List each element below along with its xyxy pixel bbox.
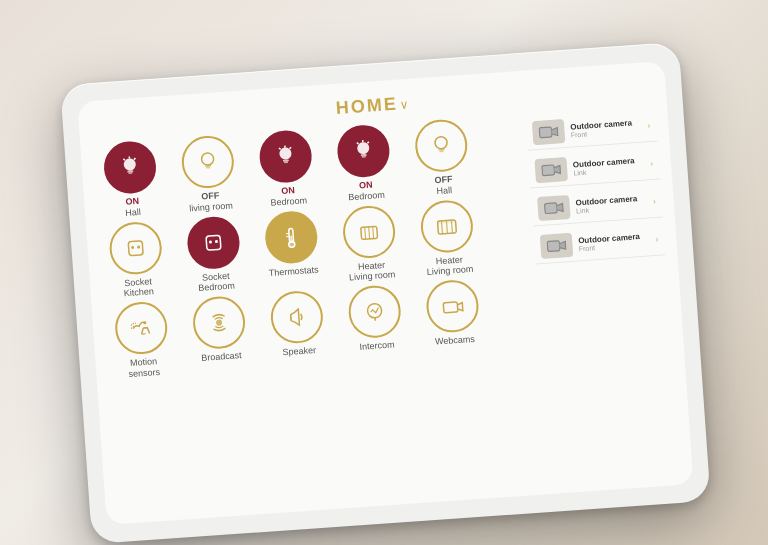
- app-title: HOME: [335, 93, 398, 117]
- camera-thumb-3: [537, 194, 571, 220]
- icon-heater-lr2[interactable]: HeaterLiving room: [409, 197, 486, 278]
- svg-line-5: [134, 158, 136, 160]
- svg-line-38: [373, 226, 374, 238]
- icon-webcams[interactable]: Webcams: [415, 278, 491, 349]
- motion-icon: [114, 300, 170, 356]
- svg-point-21: [435, 136, 448, 149]
- socket-active-icon: [186, 214, 242, 270]
- tablet: HOME∨: [60, 41, 711, 543]
- svg-point-26: [137, 245, 140, 248]
- svg-line-37: [369, 226, 370, 238]
- svg-point-29: [215, 239, 218, 242]
- icon-thermostats[interactable]: Thermostats: [254, 208, 330, 279]
- icon-grid: ONHall OFFliving room: [92, 114, 543, 516]
- icon-hall-on[interactable]: ONHall: [92, 139, 169, 220]
- bulb-on-icon3: [336, 123, 392, 179]
- icon-bedroom-on1[interactable]: ONBedroom: [248, 128, 325, 209]
- title-chevron-icon[interactable]: ∨: [399, 97, 409, 112]
- tablet-screen: HOME∨: [77, 60, 693, 524]
- svg-rect-50: [545, 202, 558, 213]
- svg-point-28: [209, 240, 212, 243]
- heater-icon: [341, 203, 397, 259]
- bulb-off-icon: [180, 134, 236, 190]
- icon-intercom[interactable]: Intercom: [337, 283, 413, 354]
- svg-rect-51: [547, 240, 560, 251]
- main-content: ONHall OFFliving room: [92, 104, 681, 515]
- camera-item-1[interactable]: Outdoor camera Front ›: [526, 108, 658, 150]
- camera-thumb-1: [532, 119, 566, 145]
- icon-broadcast[interactable]: Broadcast: [181, 294, 257, 365]
- socket-icon: [108, 220, 164, 276]
- camera-item-3[interactable]: Outdoor camera Link ›: [531, 184, 663, 226]
- icon-socket-bedroom[interactable]: SocketBedroom: [176, 213, 253, 294]
- camera-chevron-2: ›: [650, 158, 653, 167]
- camera-thumb-4: [540, 232, 574, 258]
- broadcast-icon: [191, 295, 247, 351]
- camera-chevron-3: ›: [653, 196, 656, 205]
- svg-rect-49: [542, 164, 555, 175]
- bulb-on-icon: [102, 139, 158, 195]
- icon-heater-lr[interactable]: HeaterLiving room: [331, 203, 408, 284]
- thermostat-icon: [264, 209, 320, 265]
- svg-rect-48: [539, 126, 552, 137]
- svg-point-25: [131, 245, 134, 248]
- svg-line-19: [357, 142, 359, 144]
- svg-line-14: [290, 147, 292, 149]
- svg-rect-27: [206, 234, 221, 249]
- camera-item-4[interactable]: Outdoor camera Front ›: [533, 222, 665, 264]
- webcam-icon: [425, 278, 481, 334]
- camera-item-2[interactable]: Outdoor camera Link ›: [528, 146, 660, 188]
- camera-sidebar: Outdoor camera Front › Outdoor camera: [525, 104, 681, 485]
- camera-chevron-1: ›: [647, 120, 650, 129]
- icon-socket-kitchen[interactable]: SocketKitchen: [98, 219, 175, 300]
- intercom-icon: [347, 284, 403, 340]
- svg-line-13: [279, 147, 281, 149]
- icon-speaker[interactable]: Speaker: [259, 288, 335, 359]
- bulb-off-icon2: [414, 117, 470, 173]
- svg-rect-24: [128, 240, 143, 255]
- svg-point-44: [143, 321, 146, 324]
- svg-line-36: [365, 226, 366, 238]
- camera-thumb-2: [534, 156, 568, 182]
- icon-motion[interactable]: Motionsensors: [104, 299, 181, 380]
- heater2-icon: [419, 198, 475, 254]
- svg-point-6: [201, 152, 214, 165]
- bulb-on-icon2: [258, 128, 314, 184]
- icon-bedroom-on2[interactable]: ONBedroom: [326, 122, 403, 203]
- svg-rect-47: [443, 302, 458, 313]
- camera-chevron-4: ›: [655, 234, 658, 243]
- svg-line-4: [123, 158, 125, 160]
- svg-point-45: [216, 319, 222, 325]
- svg-line-20: [367, 141, 369, 143]
- icon-hall-off[interactable]: OFFHall: [404, 117, 481, 198]
- speaker-icon: [269, 289, 325, 345]
- icon-living-off[interactable]: OFFliving room: [170, 133, 247, 214]
